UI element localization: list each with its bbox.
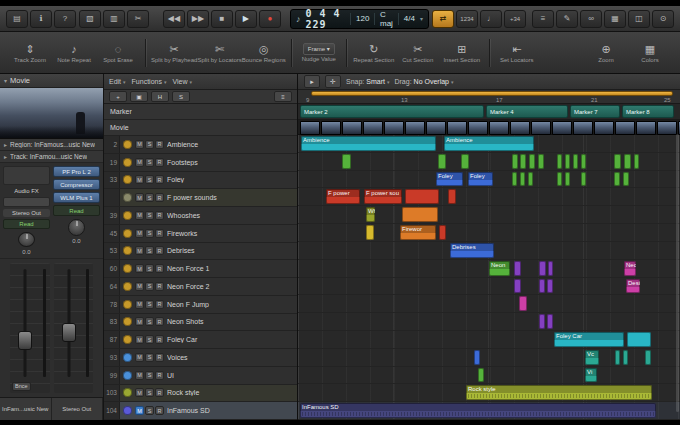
region[interactable] [539,279,545,294]
arrange-lane-neon-f-jump[interactable] [298,295,680,313]
automation-mode-button[interactable]: Read [3,219,50,229]
add-track-button[interactable]: + [109,91,127,102]
fader-cap[interactable] [62,323,76,342]
mute-button[interactable]: M [135,175,144,184]
lcd-caret-icon[interactable]: ▾ [420,15,423,22]
repeat-section-button[interactable]: ↻Repeat Section [352,34,396,72]
plugin-slot-compressor[interactable]: Compressor [53,179,100,190]
region-infamous-sd[interactable]: InFamous SD [300,403,656,418]
track-header-infamous-sd[interactable]: 104MSRInFamous SD [104,402,297,420]
mute-button[interactable]: M [135,211,144,220]
solo-button[interactable]: S [145,211,154,220]
region[interactable] [448,189,456,204]
arrange-lane-foley[interactable]: FoleyFoley [298,171,680,189]
region-rock-style[interactable]: Rock style [466,385,652,400]
solo-button[interactable]: S [145,317,154,326]
solo-button[interactable]: S [145,229,154,238]
play-button[interactable]: ▶ [235,10,257,28]
marker-region-marker-2[interactable]: Marker 2 [300,105,484,118]
region[interactable] [539,261,546,276]
region[interactable] [645,350,651,365]
region[interactable] [512,172,517,187]
region[interactable] [539,314,545,329]
vertical-scrollbar[interactable] [676,134,679,412]
region[interactable] [342,154,351,169]
solo-button[interactable]: S [145,335,154,344]
record-enable-button[interactable]: R [155,193,164,202]
bounce-regions-button[interactable]: ◎Bounce Regions [242,34,286,72]
automation-mode-button[interactable]: Read [53,205,100,216]
solo-button[interactable]: S [145,264,154,273]
region-neon[interactable]: Neon [489,261,510,276]
output-fader[interactable] [54,263,94,393]
marker-region-marker-8[interactable]: Marker 8 [622,105,674,118]
arrange-lane-ambience[interactable]: AmbienceAmbience [298,135,680,153]
mixer-icon[interactable]: ▥ [103,10,125,28]
track-header-rock-style[interactable]: 103MSRRock style [104,385,297,403]
region[interactable] [565,172,570,187]
record-enable-button[interactable]: R [155,264,164,273]
lcd-display[interactable]: ♪ 0 4 4 229 120 C maj 4/4 ▾ [290,9,429,29]
record-enable-button[interactable]: R [155,140,164,149]
library-toggle-icon[interactable]: ▤ [6,10,28,28]
bounce-button[interactable]: Bnce [12,382,31,391]
cycle-button[interactable]: ⇄ [432,10,454,28]
search-icon[interactable]: ⊙ [652,10,674,28]
region[interactable] [478,368,484,383]
marker-region-marker-4[interactable]: Marker 4 [486,105,568,118]
media-icon[interactable]: ◫ [628,10,650,28]
region-f-power-sou[interactable]: F power sou [364,189,402,204]
track-header-debrises[interactable]: 53MSRDebrises [104,243,297,261]
functions-menu[interactable]: Functions▾ [132,78,167,85]
arrange-lane-fireworks[interactable]: Firewor [298,224,680,242]
arrange-lane-neon-force-2[interactable]: Desig [298,278,680,296]
mute-button[interactable]: M [135,229,144,238]
track-header-ui[interactable]: 99MSRUI [104,367,297,385]
track-zoom-button[interactable]: ⇕Track Zoom [8,34,52,72]
forward-button[interactable]: ▶▶ [187,10,209,28]
cycle-range[interactable] [311,91,673,96]
region[interactable] [548,261,553,276]
region-foley[interactable]: Foley [436,172,463,187]
region[interactable] [565,154,570,169]
movie-section-header[interactable]: ▾ Movie [0,74,103,88]
mute-button[interactable]: M [135,193,144,202]
list-editors-icon[interactable]: ≡ [532,10,554,28]
audio-fx-empty-slot[interactable] [3,197,50,207]
region-wh[interactable]: Wh [366,207,375,222]
track-header-whooshes[interactable]: 39MSRWhooshes [104,207,297,225]
view-menu[interactable]: View▾ [172,78,192,85]
record-enable-button[interactable]: R [155,406,164,415]
mute-button[interactable]: M [135,140,144,149]
region[interactable] [538,154,544,169]
record-button[interactable]: ● [259,10,281,28]
marker-track-header[interactable]: Marker [104,104,297,120]
region[interactable] [520,172,525,187]
disclosure-triangle-icon[interactable]: ▾ [4,77,7,84]
solo-off-button[interactable]: S [172,91,190,102]
solo-button[interactable]: S [145,175,154,184]
mute-button[interactable]: M [135,406,144,415]
drag-menu[interactable]: Drag:No Overlap ▾ [394,78,453,85]
arrange-lane-f-power-sounds[interactable]: F powerF power sou [298,188,680,206]
solo-button[interactable]: S [145,193,154,202]
new-track-with-duplicate-button[interactable]: ▣ [130,91,148,102]
mute-button[interactable]: M [135,246,144,255]
zoom-button[interactable]: ⊕Zoom [584,34,628,72]
region[interactable] [528,172,533,187]
track-header-ambience[interactable]: 2MSRAmbience [104,136,297,154]
region-vc[interactable]: Vc [585,350,599,365]
region[interactable] [623,350,628,365]
movie-track-header[interactable]: Movie [104,120,297,136]
arrange-lane-whooshes[interactable]: Wh [298,206,680,224]
record-enable-button[interactable]: R [155,158,164,167]
pan-knob[interactable] [18,232,35,247]
track-header-f-power-sounds[interactable]: MSRF power sounds [104,189,297,207]
note-pads-icon[interactable]: ✎ [556,10,578,28]
region[interactable] [405,189,439,204]
region[interactable] [614,172,620,187]
tuning-display[interactable]: +34 [504,10,526,28]
mute-button[interactable]: M [135,300,144,309]
edit-menu[interactable]: Edit▾ [109,78,126,85]
nudge-value-button[interactable]: Frame ▾Nudge Value [297,34,341,72]
